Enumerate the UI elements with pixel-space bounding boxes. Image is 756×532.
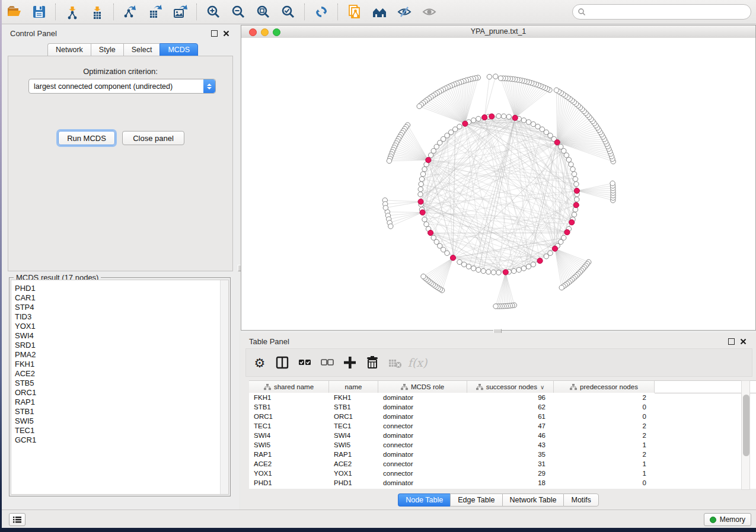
tab-node-table[interactable]: Node Table	[398, 493, 450, 507]
tab-motifs[interactable]: Motifs	[563, 493, 598, 507]
table-row[interactable]: TEC1TEC1connector472	[249, 421, 655, 431]
tab-edge-table[interactable]: Edge Table	[450, 493, 502, 507]
mcds-hub-node	[569, 220, 575, 225]
mcds-result-item[interactable]: YOX1	[11, 322, 228, 331]
network-canvas[interactable]	[241, 38, 755, 330]
tab-network[interactable]: Network	[47, 43, 91, 56]
toolbar-separator	[337, 4, 339, 20]
import-table-icon[interactable]	[88, 3, 107, 21]
column-header-name[interactable]: name	[329, 381, 378, 393]
cell-shared-name: STB1	[249, 403, 329, 411]
table-row[interactable]: FKH1FKH1dominator962	[249, 393, 655, 402]
column-header-shared-name[interactable]: shared name	[249, 381, 329, 393]
memory-button[interactable]: Memory	[704, 513, 751, 526]
tab-network-table[interactable]: Network Table	[502, 493, 564, 507]
cell-shared-name: SWI4	[249, 432, 329, 439]
tab-select[interactable]: Select	[123, 43, 160, 56]
float-panel-icon[interactable]	[211, 30, 218, 37]
table-options-gear-icon[interactable]: ⚙	[251, 354, 269, 371]
close-table-panel-icon[interactable]	[740, 338, 747, 345]
table-row[interactable]: SWI4SWI4dominator462	[249, 431, 655, 440]
delete-column-icon[interactable]	[363, 354, 381, 371]
mcds-result-item[interactable]: CAR1	[11, 293, 228, 303]
cell-name: PHD1	[329, 479, 378, 486]
memory-label: Memory	[720, 515, 745, 524]
float-table-panel-icon[interactable]	[728, 338, 735, 345]
table-row[interactable]: RAP1RAP1dominator352	[249, 450, 655, 459]
result-list-scrollbar[interactable]	[220, 280, 228, 494]
select-all-rows-icon[interactable]	[296, 354, 314, 371]
zoom-fit-icon[interactable]	[254, 3, 273, 21]
apply-layout-icon[interactable]	[312, 3, 331, 21]
table-row[interactable]: STB1STB1dominator620	[249, 402, 655, 412]
search-input[interactable]	[572, 4, 751, 20]
mcds-result-item[interactable]: PHD1	[11, 284, 228, 293]
mcds-hub-node	[512, 115, 518, 120]
export-image-icon[interactable]	[171, 3, 190, 21]
table-body: FKH1FKH1dominator962STB1STB1dominator620…	[249, 393, 655, 488]
column-header-MCDS-role[interactable]: MCDS role	[378, 381, 467, 393]
table-scrollbar-thumb[interactable]	[743, 395, 749, 456]
tab-mcds[interactable]: MCDS	[160, 43, 198, 56]
table-row[interactable]: ACE2ACE2connector311	[249, 459, 655, 469]
cell-successor-nodes: 29	[467, 470, 554, 477]
run-mcds-button[interactable]: Run MCDS	[58, 131, 115, 145]
close-panel-icon[interactable]	[223, 30, 229, 37]
tab-style[interactable]: Style	[91, 43, 123, 56]
export-network-icon[interactable]	[121, 3, 140, 21]
optimization-criterion-select[interactable]: largest connected component (undirected)	[28, 79, 216, 94]
column-header-successor-nodes[interactable]: successor nodes∨	[467, 381, 554, 393]
zoom-out-icon[interactable]	[229, 3, 248, 21]
zoom-in-icon[interactable]	[204, 3, 223, 21]
mcds-hub-node	[564, 229, 570, 235]
table-row[interactable]: YOX1YOX1connector291	[249, 469, 655, 478]
deselect-all-rows-icon[interactable]	[318, 354, 336, 371]
zoom-selected-icon[interactable]	[279, 3, 298, 21]
save-session-icon[interactable]	[30, 3, 49, 21]
cell-predecessor-nodes: 2	[554, 432, 655, 439]
mcds-hub-node	[489, 114, 495, 119]
cell-shared-name: SWI5	[249, 441, 329, 448]
close-panel-button[interactable]: Close panel	[122, 131, 184, 145]
application-window: Control Panel NetworkStyleSelectMCDS Opt…	[2, 0, 756, 527]
mcds-result-item[interactable]: GCR1	[11, 435, 228, 445]
open-file-icon[interactable]	[5, 3, 24, 21]
frames-list-button[interactable]	[9, 513, 25, 526]
mcds-result-item[interactable]: STB5	[11, 379, 228, 388]
mcds-result-item[interactable]: SWI5	[11, 416, 228, 426]
mcds-result-item[interactable]: TID3	[11, 312, 228, 322]
cell-predecessor-nodes: 2	[554, 394, 655, 401]
cell-name: ORC1	[329, 413, 378, 420]
mcds-result-item[interactable]: FKH1	[11, 360, 228, 369]
table-row[interactable]: SWI5SWI5connector431	[249, 440, 655, 450]
cell-successor-nodes: 43	[467, 441, 554, 448]
hide-selected-icon[interactable]	[395, 3, 414, 21]
toolbar-separator	[196, 4, 197, 20]
mcds-result-item[interactable]: PMA2	[11, 350, 228, 360]
column-visibility-icon[interactable]	[273, 354, 291, 371]
table-row[interactable]: ORC1ORC1dominator610	[249, 412, 655, 421]
mcds-result-item[interactable]: ACE2	[11, 369, 228, 379]
column-header-predecessor-nodes[interactable]: predecessor nodes	[554, 381, 655, 393]
mcds-result-item[interactable]: STB1	[11, 407, 228, 416]
show-all-icon[interactable]	[420, 3, 439, 21]
mcds-result-list[interactable]: PHD1CAR1STP4TID3YOX1SWI4SRD1PMA2FKH1ACE2…	[11, 280, 229, 495]
network-window-titlebar[interactable]: YPA_prune.txt_1	[241, 25, 755, 39]
mcds-result-item[interactable]: ORC1	[11, 388, 228, 398]
desktop-wallpaper: Control Panel NetworkStyleSelectMCDS Opt…	[0, 0, 756, 532]
cell-name: YOX1	[329, 470, 378, 477]
clone-network-icon[interactable]	[345, 3, 364, 21]
first-neighbors-icon[interactable]	[370, 3, 389, 21]
mcds-result-item[interactable]: SRD1	[11, 341, 228, 350]
mcds-result-item[interactable]: STP4	[11, 303, 228, 312]
mcds-result-item[interactable]: SWI4	[11, 331, 228, 341]
mcds-result-item[interactable]: RAP1	[11, 398, 228, 407]
add-column-icon[interactable]	[341, 354, 359, 371]
mcds-hub-node	[573, 203, 579, 208]
mcds-result-item[interactable]: TEC1	[11, 426, 228, 435]
cell-MCDS-role: connector	[378, 460, 467, 467]
import-network-icon[interactable]	[63, 3, 82, 21]
export-table-icon[interactable]	[146, 3, 165, 21]
table-row[interactable]: PHD1PHD1dominator180	[249, 478, 655, 488]
cell-successor-nodes: 31	[467, 460, 554, 467]
